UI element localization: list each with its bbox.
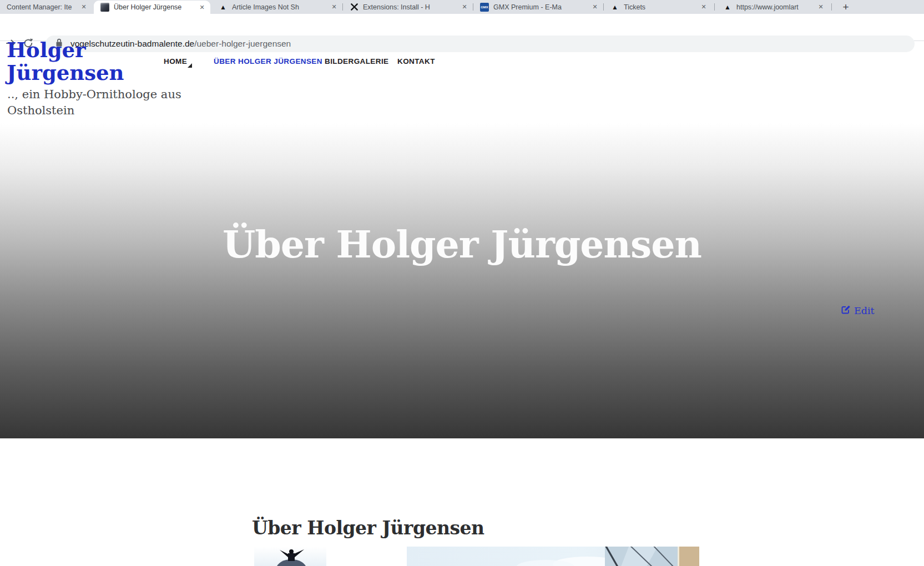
site-title-line2: Jürgensen — [7, 62, 124, 84]
site-tagline: .., ein Hobby-Ornithologe aus Ostholstei… — [7, 87, 181, 119]
tab-close-icon[interactable]: ✕ — [816, 2, 826, 12]
new-tab-button[interactable]: + — [837, 0, 855, 14]
article-image-building — [407, 547, 699, 566]
nav-item-home[interactable]: HOME — [164, 57, 187, 65]
site-favicon-image — [100, 3, 109, 12]
edit-link[interactable]: Edit — [841, 305, 875, 316]
tab-title: Extensions: Install - H — [363, 3, 457, 11]
tab-close-icon[interactable]: ✕ — [460, 2, 469, 12]
tab-tickets[interactable]: ▲ Tickets ✕ — [604, 0, 712, 14]
tab-title: Tickets — [624, 3, 696, 11]
tab-separator — [714, 3, 715, 11]
article-image-statue — [254, 547, 326, 566]
tab-close-icon[interactable]: ✕ — [699, 2, 709, 12]
tab-article-images[interactable]: ▲ Article Images Not Sh ✕ — [212, 0, 342, 14]
tab-ueber-holger-juergensen[interactable]: Über Holger Jürgense ✕ — [94, 1, 210, 14]
tab-strip: Content Manager: Ite ✕ Über Holger Jürge… — [0, 0, 924, 14]
tab-separator — [342, 3, 343, 11]
joomlart-triangle-icon: ▲ — [219, 3, 228, 12]
joomla-icon — [350, 3, 359, 12]
article-heading: Über Holger Jürgensen — [252, 517, 484, 539]
tab-separator — [831, 3, 832, 11]
hero-banner: Über Holger Jürgensen — [0, 123, 924, 438]
gmx-icon: GMX — [480, 3, 489, 12]
tab-close-icon[interactable]: ✕ — [79, 2, 89, 12]
tab-title: https://www.joomlart — [736, 3, 814, 11]
nav-item-bildergalerie[interactable]: BILDERGALERIE — [325, 57, 388, 65]
joomlart-triangle-icon: ▲ — [723, 3, 732, 12]
edit-label: Edit — [854, 305, 875, 316]
tab-joomlart[interactable]: ▲ https://www.joomlart ✕ — [716, 0, 829, 14]
address-bar[interactable]: vogelschutzeutin-badmalente.de/ueber-hol… — [46, 36, 915, 52]
tab-gmx-premium[interactable]: GMX GMX Premium - E-Ma ✕ — [473, 0, 603, 14]
tab-extensions-install[interactable]: Extensions: Install - H ✕ — [343, 0, 473, 14]
joomlart-triangle-icon: ▲ — [610, 3, 619, 12]
browser-toolbar: vogelschutzeutin-badmalente.de/ueber-hol… — [0, 14, 924, 41]
tab-close-icon[interactable]: ✕ — [329, 2, 339, 12]
tab-content-manager[interactable]: Content Manager: Ite ✕ — [0, 0, 92, 14]
tab-title: Content Manager: Ite — [7, 3, 77, 11]
browser-window: Content Manager: Ite ✕ Über Holger Jürge… — [0, 0, 924, 566]
nav-item-ueber-holger-juergensen[interactable]: ÜBER HOLGER JÜRGENSEN — [214, 57, 322, 65]
site-title-line1: Holger — [7, 39, 124, 62]
tab-title: Article Images Not Sh — [232, 3, 327, 11]
tab-separator — [603, 3, 604, 11]
site-title[interactable]: Holger Jürgensen — [7, 39, 124, 84]
tab-close-icon[interactable]: ✕ — [197, 2, 207, 12]
dropdown-caret-icon — [188, 63, 192, 68]
tab-separator — [473, 3, 473, 11]
tab-title: GMX Premium - E-Ma — [493, 3, 588, 11]
tab-title: Über Holger Jürgense — [114, 3, 195, 11]
hero-page-title: Über Holger Jürgensen — [0, 222, 924, 266]
nav-item-kontakt[interactable]: KONTAKT — [397, 57, 435, 65]
edit-icon — [841, 305, 851, 316]
tab-close-icon[interactable]: ✕ — [590, 2, 600, 12]
url-path: /ueber-holger-juergensen — [194, 39, 291, 48]
